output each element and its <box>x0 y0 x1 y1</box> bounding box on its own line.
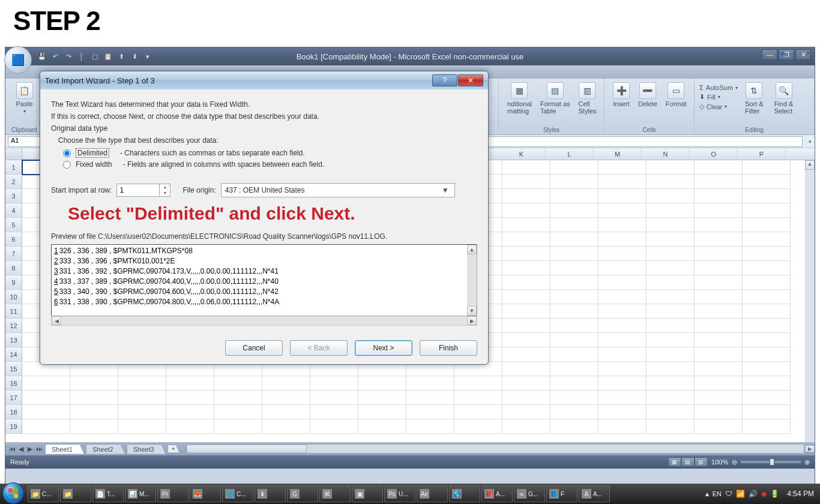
taskbar-item[interactable]: AA... <box>579 485 610 502</box>
delete-button[interactable]: ➖Delete <box>635 81 661 109</box>
fill-button[interactable]: ⬇Fill▾ <box>699 92 738 101</box>
cell[interactable] <box>743 160 791 175</box>
dialog-close-button[interactable]: ✕ <box>458 74 483 86</box>
cell[interactable] <box>22 405 70 419</box>
cell[interactable] <box>310 391 358 405</box>
tab-sheet2[interactable]: Sheet2 <box>86 444 125 454</box>
row-header[interactable]: 9 <box>5 275 22 290</box>
cell[interactable] <box>647 347 695 362</box>
cell[interactable] <box>695 333 743 347</box>
cell[interactable] <box>743 218 791 232</box>
cell[interactable] <box>502 261 550 275</box>
cell[interactable] <box>550 376 598 391</box>
taskbar-item[interactable]: ⬇ <box>255 485 286 502</box>
row-header[interactable]: 18 <box>5 405 22 419</box>
preview-scroll-down-icon[interactable]: ▼ <box>467 306 477 316</box>
cell[interactable] <box>647 362 695 376</box>
cell[interactable] <box>550 275 598 290</box>
cell[interactable] <box>550 175 598 189</box>
cell[interactable] <box>598 405 647 419</box>
row-header[interactable]: 17 <box>5 391 22 405</box>
taskbar-item[interactable]: G <box>287 485 318 502</box>
cell[interactable] <box>454 405 502 419</box>
taskbar-item[interactable]: 🌐C... <box>222 485 253 502</box>
cell[interactable] <box>310 376 358 391</box>
taskbar-item[interactable]: Ae <box>417 485 448 502</box>
cell[interactable] <box>454 391 502 405</box>
cell[interactable] <box>454 419 502 434</box>
cell[interactable] <box>358 405 406 419</box>
cell[interactable] <box>22 376 70 391</box>
cell[interactable] <box>743 175 791 189</box>
cell[interactable] <box>550 160 598 175</box>
select-all-corner[interactable] <box>5 148 22 160</box>
preview-hscroll[interactable]: ◀ ▶ <box>51 316 477 326</box>
cell[interactable] <box>262 391 310 405</box>
row-header[interactable]: 7 <box>5 247 22 261</box>
grid-hscroll[interactable] <box>186 444 804 454</box>
help-icon[interactable]: ◉ <box>780 49 786 57</box>
cell[interactable] <box>550 362 598 376</box>
cell[interactable] <box>214 391 262 405</box>
cell[interactable] <box>695 347 743 362</box>
cell[interactable] <box>262 419 310 434</box>
cell[interactable] <box>695 261 743 275</box>
cell[interactable] <box>118 405 166 419</box>
view-layout-button[interactable]: ▤ <box>681 457 695 467</box>
cell[interactable] <box>166 391 214 405</box>
cell[interactable] <box>598 189 647 203</box>
taskbar-item[interactable]: 🌎 <box>449 485 480 502</box>
cell[interactable] <box>550 290 598 304</box>
taskbar-item[interactable]: ∞G... <box>514 485 545 502</box>
view-normal-button[interactable]: ▦ <box>668 457 681 467</box>
cell[interactable] <box>598 175 647 189</box>
cell[interactable] <box>550 247 598 261</box>
clear-button[interactable]: ◇Clear▾ <box>699 102 738 111</box>
redo-icon[interactable]: ↷ <box>63 51 74 62</box>
preview-scroll-left-icon[interactable]: ◀ <box>52 316 61 325</box>
cell[interactable] <box>647 218 695 232</box>
battery-icon[interactable]: 🔋 <box>770 490 779 498</box>
zoom-in-button[interactable]: ⊕ <box>804 458 810 466</box>
cell[interactable] <box>743 232 791 247</box>
cell[interactable] <box>502 347 550 362</box>
column-header[interactable]: N <box>642 148 690 160</box>
taskbar-item[interactable]: ⌘ <box>319 485 351 502</box>
insert-sheet-button[interactable]: ✦ <box>167 445 179 453</box>
cell[interactable] <box>550 333 598 347</box>
preview-vscroll[interactable]: ▲ ▼ <box>467 245 477 316</box>
cell[interactable] <box>550 218 598 232</box>
cell[interactable] <box>647 319 695 333</box>
taskbar-item[interactable]: 📊M... <box>125 485 156 502</box>
cell[interactable] <box>358 376 406 391</box>
cell[interactable] <box>598 304 647 319</box>
cell[interactable] <box>598 419 647 434</box>
cell[interactable] <box>647 203 695 218</box>
cell[interactable] <box>406 391 454 405</box>
cell[interactable] <box>598 275 647 290</box>
taskbar-item[interactable]: Pr <box>157 485 188 502</box>
language-indicator[interactable]: EN <box>713 490 722 497</box>
cell[interactable] <box>310 419 358 434</box>
back-button[interactable]: < Back <box>290 340 348 356</box>
autosum-button[interactable]: ΣAutoSum▾ <box>699 83 738 92</box>
cell[interactable] <box>743 189 791 203</box>
row-header[interactable]: 19 <box>5 419 22 434</box>
spinner-down-icon[interactable]: ▼ <box>159 190 170 196</box>
cell[interactable] <box>647 247 695 261</box>
cell[interactable] <box>647 175 695 189</box>
row-header[interactable]: 15 <box>5 362 22 376</box>
cell[interactable] <box>695 232 743 247</box>
taskbar-item[interactable]: 📁C... <box>28 485 59 502</box>
fixed-width-radio[interactable] <box>63 161 71 169</box>
row-header[interactable]: 13 <box>5 333 22 347</box>
cell[interactable] <box>550 304 598 319</box>
tab-prev-icon[interactable]: ◀ <box>17 445 25 453</box>
cell[interactable] <box>695 319 743 333</box>
minimize-button[interactable]: — <box>762 49 777 60</box>
cell[interactable] <box>406 405 454 419</box>
cell[interactable] <box>743 261 791 275</box>
row-header[interactable]: 10 <box>5 290 22 304</box>
cell[interactable] <box>502 275 550 290</box>
next-button[interactable]: Next > <box>355 340 412 356</box>
